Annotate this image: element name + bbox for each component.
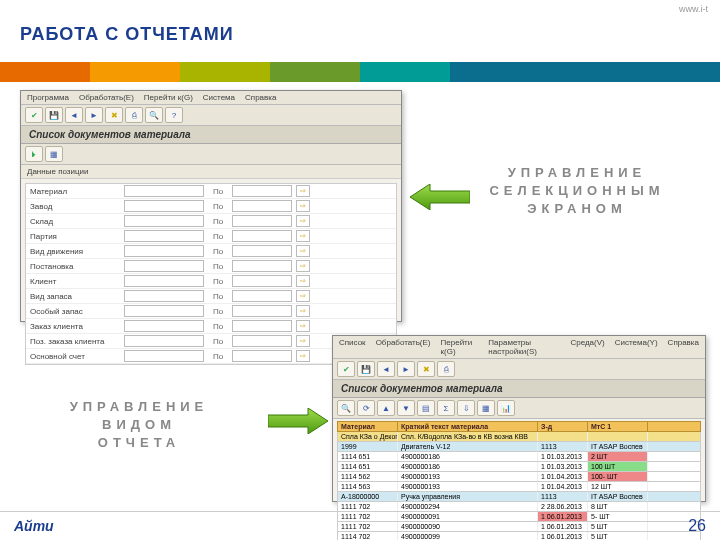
multi-select-icon[interactable]: ⇨: [296, 260, 310, 272]
input-from[interactable]: [124, 245, 204, 257]
input-from[interactable]: [124, 185, 204, 197]
input-to[interactable]: [232, 215, 292, 227]
menu-item[interactable]: Справка: [668, 338, 699, 356]
sum-icon[interactable]: Σ: [437, 400, 455, 416]
input-to[interactable]: [232, 230, 292, 242]
input-from[interactable]: [124, 305, 204, 317]
menu-item[interactable]: Справка: [245, 93, 276, 102]
col-header[interactable]: МтС 1: [588, 422, 648, 431]
back-icon[interactable]: ◄: [65, 107, 83, 123]
table-row[interactable]: Спла КЗа о ДекоптроСпл. К/Водопла КЗа-во…: [337, 432, 701, 442]
exec-icon[interactable]: ⏵: [25, 146, 43, 162]
table-row[interactable]: 1999Двигатель V-121113IT ASAP Воспев: [337, 442, 701, 452]
multi-select-icon[interactable]: ⇨: [296, 305, 310, 317]
print-icon[interactable]: ⎙: [125, 107, 143, 123]
menu-item[interactable]: Параметры настройки(S): [488, 338, 560, 356]
filter-icon[interactable]: ▤: [417, 400, 435, 416]
refresh-icon[interactable]: ⟳: [357, 400, 375, 416]
variant-icon[interactable]: ▦: [45, 146, 63, 162]
col-header[interactable]: Материал: [338, 422, 398, 431]
menu-item[interactable]: Система: [203, 93, 235, 102]
multi-select-icon[interactable]: ⇨: [296, 185, 310, 197]
save-icon[interactable]: 💾: [45, 107, 63, 123]
check-icon[interactable]: ✔: [25, 107, 43, 123]
multi-select-icon[interactable]: ⇨: [296, 275, 310, 287]
layout-icon[interactable]: ▦: [477, 400, 495, 416]
selection-screen-panel: Программа Обработать(Е) Перейти к(G) Сис…: [20, 90, 402, 322]
back-icon[interactable]: ◄: [377, 361, 395, 377]
export-icon[interactable]: ⇩: [457, 400, 475, 416]
input-to[interactable]: [232, 335, 292, 347]
sort-icon[interactable]: ▲: [377, 400, 395, 416]
report-view-panel: Список Обработать(Е) Перейти к(G) Параме…: [332, 335, 706, 502]
sort-desc-icon[interactable]: ▼: [397, 400, 415, 416]
multi-select-icon[interactable]: ⇨: [296, 290, 310, 302]
multi-select-icon[interactable]: ⇨: [296, 215, 310, 227]
input-to[interactable]: [232, 290, 292, 302]
to-label: По: [208, 277, 228, 286]
multi-select-icon[interactable]: ⇨: [296, 200, 310, 212]
menu-item[interactable]: Система(Y): [615, 338, 658, 356]
input-to[interactable]: [232, 305, 292, 317]
to-label: По: [208, 352, 228, 361]
alv-toolbar: 🔍 ⟳ ▲ ▼ ▤ Σ ⇩ ▦ 📊: [333, 398, 705, 419]
input-to[interactable]: [232, 260, 292, 272]
toolbar-2: ⏵ ▦: [21, 144, 401, 165]
input-from[interactable]: [124, 275, 204, 287]
check-icon[interactable]: ✔: [337, 361, 355, 377]
to-label: По: [208, 322, 228, 331]
multi-select-icon[interactable]: ⇨: [296, 230, 310, 242]
to-label: По: [208, 202, 228, 211]
input-from[interactable]: [124, 350, 204, 362]
input-to[interactable]: [232, 275, 292, 287]
detail-icon[interactable]: 🔍: [337, 400, 355, 416]
graph-icon[interactable]: 📊: [497, 400, 515, 416]
menu-item[interactable]: Список: [339, 338, 366, 356]
section-title: Список документов материала: [21, 126, 401, 144]
input-to[interactable]: [232, 245, 292, 257]
print-icon[interactable]: ⎙: [437, 361, 455, 377]
fwd-icon[interactable]: ►: [85, 107, 103, 123]
input-from[interactable]: [124, 335, 204, 347]
menu-item[interactable]: Обработать(Е): [376, 338, 431, 356]
menu-item[interactable]: Перейти к(G): [144, 93, 193, 102]
table-row[interactable]: 1114 65149000001861 01.03.2013100 ШТ: [337, 462, 701, 472]
cancel-icon[interactable]: ✖: [105, 107, 123, 123]
menu-item[interactable]: Перейти к(G): [441, 338, 479, 356]
table-row[interactable]: А-18000000Ручка управления1113IT ASAP Во…: [337, 492, 701, 502]
to-label: По: [208, 217, 228, 226]
menu-item[interactable]: Среда(V): [570, 338, 604, 356]
table-row[interactable]: 1114 65149000001861 01.03.20132 ШТ: [337, 452, 701, 462]
save-icon[interactable]: 💾: [357, 361, 375, 377]
input-to[interactable]: [232, 185, 292, 197]
table-row[interactable]: 1114 56249000001931 01.04.2013100- ШТ: [337, 472, 701, 482]
menubar[interactable]: Программа Обработать(Е) Перейти к(G) Сис…: [21, 91, 401, 105]
to-label: По: [208, 292, 228, 301]
label-report-view: УПРАВЛЕНИЕВИДОМОТЧЕТА: [24, 398, 254, 453]
input-to[interactable]: [232, 350, 292, 362]
multi-select-icon[interactable]: ⇨: [296, 245, 310, 257]
input-from[interactable]: [124, 290, 204, 302]
multi-select-icon[interactable]: ⇨: [296, 320, 310, 332]
fwd-icon[interactable]: ►: [397, 361, 415, 377]
input-from[interactable]: [124, 215, 204, 227]
find-icon[interactable]: 🔍: [145, 107, 163, 123]
menu-item[interactable]: Обработать(Е): [79, 93, 134, 102]
input-from[interactable]: [124, 230, 204, 242]
help-icon[interactable]: ?: [165, 107, 183, 123]
input-from[interactable]: [124, 200, 204, 212]
form-row: Заказ клиентаПо⇨: [26, 319, 396, 334]
menubar[interactable]: Список Обработать(Е) Перейти к(G) Параме…: [333, 336, 705, 359]
multi-select-icon[interactable]: ⇨: [296, 335, 310, 347]
multi-select-icon[interactable]: ⇨: [296, 350, 310, 362]
input-from[interactable]: [124, 320, 204, 332]
table-row[interactable]: 1114 56349000001931 01.04.201312 ШТ: [337, 482, 701, 492]
input-from[interactable]: [124, 260, 204, 272]
col-header[interactable]: З-д: [538, 422, 588, 431]
cancel-icon[interactable]: ✖: [417, 361, 435, 377]
menu-item[interactable]: Программа: [27, 93, 69, 102]
form-row: ПостановкаПо⇨: [26, 259, 396, 274]
input-to[interactable]: [232, 200, 292, 212]
input-to[interactable]: [232, 320, 292, 332]
col-header[interactable]: Краткий текст материала: [398, 422, 538, 431]
